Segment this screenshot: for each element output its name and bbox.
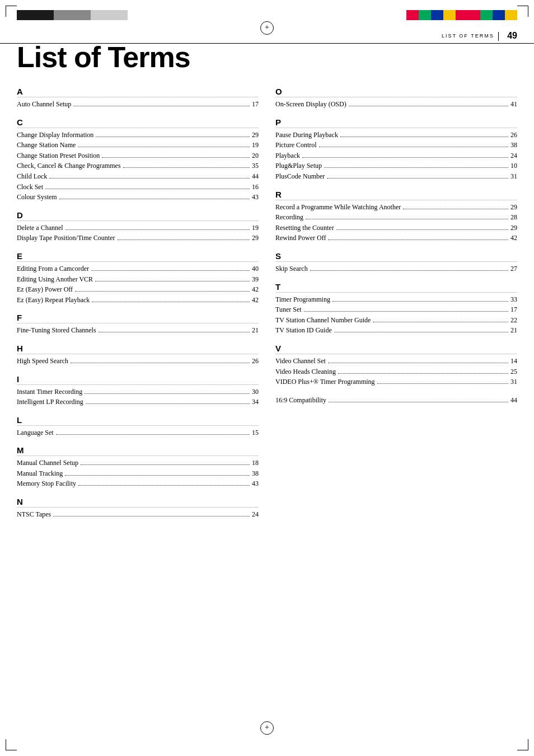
section-letter-v: V — [275, 344, 517, 354]
entry-label: Plug&Play Setup — [275, 161, 322, 171]
entry-dots — [85, 393, 250, 394]
section-letter-p: P — [275, 118, 517, 128]
entry-page: 29 — [510, 202, 517, 213]
entry-dots — [59, 199, 250, 199]
list-item: Record a Programme While Watching Anothe… — [275, 202, 517, 213]
color-bar — [493, 10, 505, 20]
entry-label: TV Station ID Guide — [275, 325, 332, 336]
section-letter-c: C — [17, 118, 259, 128]
section-letter-h: H — [17, 344, 259, 354]
entry-dots — [304, 311, 508, 312]
list-item: Skip Search27 — [275, 264, 517, 274]
entry-label: Editing Using Another VCR — [17, 274, 93, 285]
entry-dots — [377, 383, 508, 384]
entry-dots — [373, 322, 508, 322]
entry-page: 31 — [510, 377, 517, 387]
entry-label: Clock Set — [17, 182, 43, 192]
entry-label: Ez (Easy) Repeat Playback — [17, 295, 90, 306]
entry-dots — [123, 167, 250, 168]
left-color-bars — [17, 10, 128, 20]
entry-label: VIDEO Plus+® Timer Programming — [275, 377, 375, 387]
entry-page: 19 — [252, 140, 259, 151]
entry-dots — [73, 106, 250, 106]
list-item: Child Lock44 — [17, 171, 259, 182]
list-item: Language Set15 — [17, 428, 259, 438]
entry-label: Recording — [275, 212, 303, 223]
list-item: Video Heads Cleaning25 — [275, 367, 517, 377]
entry-page: 39 — [252, 274, 259, 285]
entry-dots — [91, 270, 250, 271]
color-bar — [78, 10, 91, 20]
list-item: High Speed Search26 — [17, 356, 259, 367]
entry-dots — [78, 485, 250, 486]
color-bar — [419, 10, 431, 20]
entry-page: 38 — [510, 140, 517, 151]
entry-dots — [328, 240, 508, 240]
section-letter-f: F — [17, 313, 259, 323]
page-title: List of Terms — [17, 40, 190, 74]
section-letter-n: N — [17, 497, 259, 508]
color-bar — [115, 10, 128, 20]
entry-page: 17 — [510, 304, 517, 315]
list-item: Change Display Information29 — [17, 130, 259, 140]
entry-dots — [327, 178, 508, 179]
entry-dots — [75, 291, 250, 292]
entry-page: 28 — [510, 212, 517, 223]
list-item: Video Channel Set14 — [275, 356, 517, 367]
entry-page: 44 — [252, 171, 259, 182]
list-item: NTSC Tapes24 — [17, 509, 259, 520]
section-letter-m: M — [17, 445, 259, 456]
entry-page: 43 — [252, 478, 259, 489]
list-item: TV Station Channel Number Guide22 — [275, 315, 517, 326]
entry-label: Language Set — [17, 428, 54, 438]
content-area: AAuto Channel Setup17CChange Display Inf… — [17, 87, 517, 520]
list-item: Auto Channel Setup17 — [17, 99, 259, 110]
entry-page: 21 — [510, 325, 517, 336]
entry-dots — [65, 475, 250, 476]
list-item: Check, Cancel & Change Programmes35 — [17, 161, 259, 171]
entry-page: 26 — [510, 130, 517, 140]
list-item: On-Screen Display (OSD)41 — [275, 99, 517, 110]
entry-page: 20 — [252, 151, 259, 161]
list-item: Fine-Tuning Stored Channels21 — [17, 325, 259, 336]
entry-label: Fine-Tuning Stored Channels — [17, 325, 96, 336]
entry-dots — [95, 281, 250, 281]
entry-label: Change Display Information — [17, 130, 93, 140]
header-page-number: 49 — [507, 31, 517, 41]
list-item: Tuner Set17 — [275, 304, 517, 315]
entry-dots — [324, 167, 508, 168]
entry-label: Delete a Channel — [17, 223, 63, 233]
entry-dots — [329, 402, 508, 402]
entry-dots — [306, 219, 508, 219]
corner-mark-bl — [6, 739, 17, 750]
entry-page: 22 — [510, 315, 517, 326]
entry-label: Video Heads Cleaning — [275, 367, 336, 377]
entry-dots — [53, 516, 250, 516]
list-item: TV Station ID Guide21 — [275, 325, 517, 336]
entry-page: 18 — [252, 458, 259, 468]
entry-label: Ez (Easy) Power Off — [17, 284, 73, 295]
section-letter-t: T — [275, 282, 517, 293]
entry-dots — [332, 301, 508, 302]
entry-label: Record a Programme While Watching Anothe… — [275, 202, 401, 213]
list-item: Resetting the Counter29 — [275, 223, 517, 233]
entry-dots — [56, 434, 250, 435]
entry-dots — [49, 178, 250, 179]
list-item: Editing From a Camcorder40 — [17, 264, 259, 274]
entry-dots — [349, 106, 508, 106]
entry-label: Intelligent LP Recording — [17, 397, 83, 407]
entry-dots — [99, 332, 250, 332]
entry-label: TV Station Channel Number Guide — [275, 315, 371, 326]
color-bar — [443, 10, 456, 20]
section-letter-a: A — [17, 87, 259, 97]
list-item: Ez (Easy) Repeat Playback42 — [17, 295, 259, 306]
color-bar — [54, 10, 66, 20]
entry-label: Resetting the Counter — [275, 223, 334, 233]
right-column: OOn-Screen Display (OSD)41PPause During … — [275, 87, 517, 520]
list-item: Display Tape Position/Time Counter29 — [17, 233, 259, 243]
entry-page: 42 — [252, 295, 259, 306]
entry-page: 38 — [252, 468, 259, 479]
list-item: PlusCode Number31 — [275, 171, 517, 182]
list-item: Change Station Name19 — [17, 140, 259, 151]
right-color-bars — [406, 10, 517, 20]
